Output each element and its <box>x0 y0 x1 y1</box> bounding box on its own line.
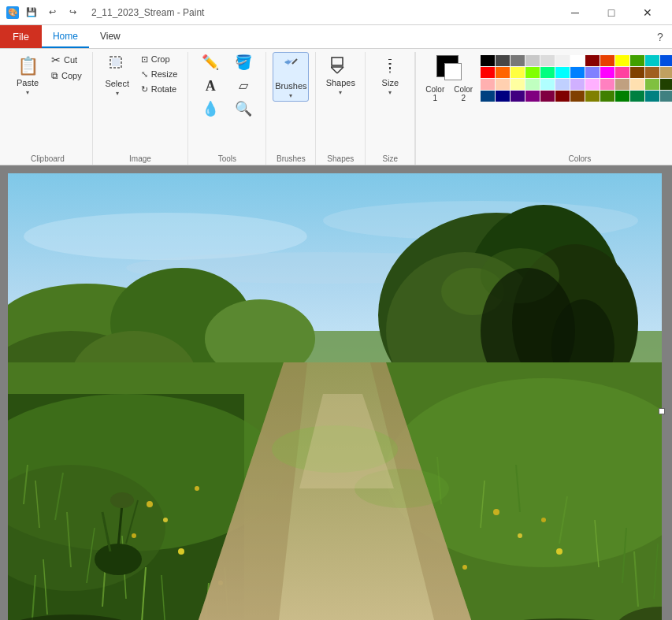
palette-cell[interactable] <box>481 67 495 78</box>
shapes-group-label: Shapes <box>327 154 354 165</box>
palette-cell[interactable] <box>645 67 659 78</box>
help-button[interactable]: ? <box>648 25 672 48</box>
fill-button[interactable]: 🪣 <box>228 52 259 74</box>
color-picker-icon: 💧 <box>202 101 219 118</box>
palette-cell[interactable] <box>585 55 600 66</box>
resize-button[interactable]: ⤡ Resize <box>137 67 182 81</box>
palette-cell[interactable] <box>600 91 614 102</box>
palette-cell[interactable] <box>660 55 672 66</box>
svg-point-50 <box>541 518 546 522</box>
palette-cell[interactable] <box>510 91 525 102</box>
fill-icon: 🪣 <box>235 54 252 72</box>
palette-cell[interactable] <box>585 79 600 90</box>
rotate-button[interactable]: ↻ Rotate <box>137 82 182 96</box>
palette-cell[interactable] <box>645 79 659 90</box>
palette-cell[interactable] <box>481 79 495 90</box>
text-button[interactable]: A <box>195 76 226 98</box>
palette-cell[interactable] <box>525 55 540 66</box>
color-swatches[interactable] <box>433 52 465 82</box>
palette-cell[interactable] <box>540 67 555 78</box>
brushes-button[interactable]: Brushes ▾ <box>273 52 309 102</box>
palette-cell[interactable] <box>585 91 600 102</box>
undo-button[interactable]: ↩ <box>44 5 60 20</box>
menu-tab-view[interactable]: View <box>89 25 132 48</box>
paste-button[interactable]: 📋 Paste ▾ <box>9 52 46 98</box>
eraser-button[interactable]: ▱ <box>228 76 259 95</box>
palette-cell[interactable] <box>555 55 570 66</box>
palette-cell[interactable] <box>645 91 659 102</box>
copy-icon: ⧉ <box>51 70 58 81</box>
palette-cell[interactable] <box>510 67 525 78</box>
close-button[interactable]: ✕ <box>629 0 666 25</box>
color2-button[interactable]: Color 2 <box>451 84 476 104</box>
palette-cell[interactable] <box>540 55 555 66</box>
palette-cell[interactable] <box>615 55 629 66</box>
painting-canvas[interactable] <box>8 173 662 620</box>
palette-grid <box>481 52 672 102</box>
palette-cell[interactable] <box>540 91 555 102</box>
palette-cell[interactable] <box>615 91 629 102</box>
maximize-button[interactable]: □ <box>593 0 629 25</box>
magnifier-button[interactable]: 🔍 <box>228 98 259 121</box>
palette-cell[interactable] <box>600 67 614 78</box>
palette-cell[interactable] <box>555 67 570 78</box>
save-button[interactable]: 💾 <box>24 5 39 20</box>
palette-cell[interactable] <box>525 91 540 102</box>
palette-cell[interactable] <box>525 67 540 78</box>
select-button[interactable]: Select ▾ <box>99 52 136 98</box>
palette-cell[interactable] <box>630 55 644 66</box>
palette-cell[interactable] <box>630 91 644 102</box>
ribbon-group-brushes: Brushes ▾ Brushes <box>266 52 316 165</box>
canvas-resize-handle-e[interactable] <box>659 408 665 414</box>
palette-cell[interactable] <box>570 67 585 78</box>
palette-cell[interactable] <box>645 55 659 66</box>
palette-cell[interactable] <box>525 79 540 90</box>
shapes-icon <box>331 56 350 76</box>
palette-cell[interactable] <box>496 79 510 90</box>
palette-cell[interactable] <box>570 91 585 102</box>
palette-cell[interactable] <box>570 55 585 66</box>
palette-cell[interactable] <box>496 67 510 78</box>
color-picker-button[interactable]: 💧 <box>195 98 226 121</box>
palette-cell[interactable] <box>555 91 570 102</box>
palette-cell[interactable] <box>585 67 600 78</box>
palette-cell[interactable] <box>600 79 614 90</box>
palette-cell[interactable] <box>555 79 570 90</box>
palette-cell[interactable] <box>481 91 495 102</box>
image-label: Image <box>129 154 151 165</box>
palette-cell[interactable] <box>510 79 525 90</box>
menu-tab-home[interactable]: Home <box>42 25 89 48</box>
magnifier-icon: 🔍 <box>235 101 252 118</box>
palette-cell[interactable] <box>630 67 644 78</box>
menu-file[interactable]: File <box>0 25 42 48</box>
svg-point-48 <box>493 509 499 515</box>
palette-cell[interactable] <box>481 55 495 66</box>
palette-cell[interactable] <box>496 55 510 66</box>
palette-cell[interactable] <box>600 55 614 66</box>
svg-point-41 <box>147 501 153 507</box>
svg-point-80 <box>110 492 134 508</box>
palette-cell[interactable] <box>570 79 585 90</box>
copy-button[interactable]: ⧉ Copy <box>47 69 86 83</box>
redo-button[interactable]: ↪ <box>65 5 80 20</box>
minimize-button[interactable]: ─ <box>557 0 593 25</box>
palette-cell[interactable] <box>496 91 510 102</box>
palette-cell[interactable] <box>660 67 672 78</box>
canvas-container[interactable] <box>0 165 672 620</box>
shapes-button[interactable]: Shapes ▾ <box>322 52 358 98</box>
palette-cell[interactable] <box>615 79 629 90</box>
palette-cell[interactable] <box>540 79 555 90</box>
palette-cell[interactable] <box>630 79 644 90</box>
palette-cell[interactable] <box>660 79 672 90</box>
palette-cell[interactable] <box>615 67 629 78</box>
pencil-button[interactable]: ✏️ <box>195 52 226 74</box>
ribbon: 📋 Paste ▾ ✂ Cut ⧉ Copy Clipboard <box>0 49 672 165</box>
crop-button[interactable]: ⊡ Crop <box>137 52 182 66</box>
palette-cell[interactable] <box>660 91 672 102</box>
size-button[interactable]: Size ▾ <box>372 52 408 98</box>
cut-button[interactable]: ✂ Cut <box>47 52 86 68</box>
palette-cell[interactable] <box>510 55 525 66</box>
palette-row-3 <box>481 79 672 90</box>
tools-label: Tools <box>218 154 236 165</box>
color1-button[interactable]: Color 1 <box>422 84 447 104</box>
